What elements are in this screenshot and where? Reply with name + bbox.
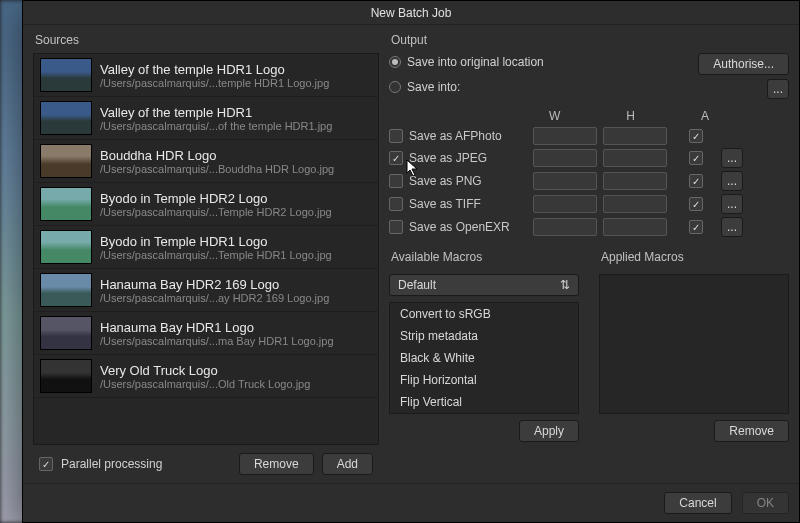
format-tiff-options-button[interactable]: ... xyxy=(721,194,743,214)
col-h-label: H xyxy=(626,109,635,123)
source-title: Valley of the temple HDR1 xyxy=(100,105,372,120)
macro-item[interactable]: Flip Vertical xyxy=(390,391,578,413)
format-tiff-height-input[interactable] xyxy=(603,195,667,213)
format-tiff-label: Save as TIFF xyxy=(409,197,527,211)
col-a-label: A xyxy=(701,109,709,123)
format-openexr-options-button[interactable]: ... xyxy=(721,217,743,237)
source-item[interactable]: Valley of the temple HDR1 Logo/Users/pas… xyxy=(34,54,378,97)
source-path: /Users/pascalmarquis/...Old Truck Logo.j… xyxy=(100,378,372,390)
format-afphoto-width-input[interactable] xyxy=(533,127,597,145)
source-path: /Users/pascalmarquis/...Temple HDR2 Logo… xyxy=(100,206,372,218)
macro-item[interactable]: Convert to sRGB xyxy=(390,303,578,325)
available-macros-label: Available Macros xyxy=(389,250,579,264)
browse-folder-button[interactable]: ... xyxy=(767,79,789,99)
format-openexr-checkbox[interactable] xyxy=(389,220,403,234)
source-path: /Users/pascalmarquis/...Bouddha HDR Logo… xyxy=(100,163,372,175)
format-png-width-input[interactable] xyxy=(533,172,597,190)
format-png-checkbox[interactable] xyxy=(389,174,403,188)
parallel-processing-label: Parallel processing xyxy=(61,457,162,471)
source-path: /Users/pascalmarquis/...Temple HDR1 Logo… xyxy=(100,249,372,261)
col-w-label: W xyxy=(549,109,560,123)
sources-add-button[interactable]: Add xyxy=(322,453,373,475)
apply-macro-button[interactable]: Apply xyxy=(519,420,579,442)
source-thumbnail xyxy=(40,101,92,135)
ok-button[interactable]: OK xyxy=(742,492,789,514)
batch-job-dialog: New Batch Job Sources Valley of the temp… xyxy=(22,0,800,523)
format-png-options-button[interactable]: ... xyxy=(721,171,743,191)
source-path: /Users/pascalmarquis/...of the temple HD… xyxy=(100,120,372,132)
source-thumbnail xyxy=(40,187,92,221)
source-thumbnail xyxy=(40,58,92,92)
format-row-jpeg: Save as JPEG... xyxy=(389,148,789,168)
source-title: Hanauma Bay HDR2 169 Logo xyxy=(100,277,372,292)
source-path: /Users/pascalmarquis/...ay HDR2 169 Logo… xyxy=(100,292,372,304)
source-thumbnail xyxy=(40,230,92,264)
save-original-label: Save into original location xyxy=(407,55,544,69)
format-openexr-height-input[interactable] xyxy=(603,218,667,236)
save-into-radio[interactable] xyxy=(389,81,401,93)
source-item[interactable]: Hanauma Bay HDR1 Logo/Users/pascalmarqui… xyxy=(34,312,378,355)
save-original-radio[interactable] xyxy=(389,56,401,68)
format-jpeg-width-input[interactable] xyxy=(533,149,597,167)
source-item[interactable]: Byodo in Temple HDR1 Logo/Users/pascalma… xyxy=(34,226,378,269)
format-png-height-input[interactable] xyxy=(603,172,667,190)
source-title: Byodo in Temple HDR1 Logo xyxy=(100,234,372,249)
format-row-afphoto: Save as AFPhoto xyxy=(389,127,789,145)
source-item[interactable]: Valley of the temple HDR1/Users/pascalma… xyxy=(34,97,378,140)
format-openexr-width-input[interactable] xyxy=(533,218,597,236)
format-tiff-aspect-checkbox[interactable] xyxy=(689,197,703,211)
format-jpeg-height-input[interactable] xyxy=(603,149,667,167)
remove-macro-button[interactable]: Remove xyxy=(714,420,789,442)
output-label: Output xyxy=(389,33,789,47)
format-row-png: Save as PNG... xyxy=(389,171,789,191)
format-jpeg-aspect-checkbox[interactable] xyxy=(689,151,703,165)
source-item[interactable]: Bouddha HDR Logo/Users/pascalmarquis/...… xyxy=(34,140,378,183)
macro-item[interactable]: Flip Horizontal xyxy=(390,369,578,391)
sources-label: Sources xyxy=(33,33,379,47)
macro-item[interactable]: Strip metadata xyxy=(390,325,578,347)
macros-category-value: Default xyxy=(398,278,436,292)
chevron-updown-icon: ⇅ xyxy=(560,278,570,292)
source-thumbnail xyxy=(40,359,92,393)
dialog-title: New Batch Job xyxy=(23,1,799,25)
authorise-button[interactable]: Authorise... xyxy=(698,53,789,75)
source-thumbnail xyxy=(40,316,92,350)
source-path: /Users/pascalmarquis/...ma Bay HDR1 Logo… xyxy=(100,335,372,347)
source-thumbnail xyxy=(40,273,92,307)
source-path: /Users/pascalmarquis/...temple HDR1 Logo… xyxy=(100,77,372,89)
format-row-tiff: Save as TIFF... xyxy=(389,194,789,214)
available-macros-list[interactable]: Convert to sRGBStrip metadataBlack & Whi… xyxy=(389,302,579,414)
source-title: Valley of the temple HDR1 Logo xyxy=(100,62,372,77)
applied-macros-label: Applied Macros xyxy=(599,250,789,264)
sources-list[interactable]: Valley of the temple HDR1 Logo/Users/pas… xyxy=(33,53,379,445)
macros-category-select[interactable]: Default ⇅ xyxy=(389,274,579,296)
source-thumbnail xyxy=(40,144,92,178)
source-title: Very Old Truck Logo xyxy=(100,363,372,378)
format-jpeg-options-button[interactable]: ... xyxy=(721,148,743,168)
source-item[interactable]: Byodo in Temple HDR2 Logo/Users/pascalma… xyxy=(34,183,378,226)
cancel-button[interactable]: Cancel xyxy=(664,492,731,514)
source-title: Hanauma Bay HDR1 Logo xyxy=(100,320,372,335)
format-tiff-checkbox[interactable] xyxy=(389,197,403,211)
source-title: Bouddha HDR Logo xyxy=(100,148,372,163)
format-afphoto-checkbox[interactable] xyxy=(389,129,403,143)
format-png-aspect-checkbox[interactable] xyxy=(689,174,703,188)
applied-macros-list[interactable] xyxy=(599,274,789,414)
parallel-processing-checkbox[interactable] xyxy=(39,457,53,471)
macro-item[interactable]: Black & White xyxy=(390,347,578,369)
format-jpeg-checkbox[interactable] xyxy=(389,151,403,165)
source-title: Byodo in Temple HDR2 Logo xyxy=(100,191,372,206)
format-jpeg-label: Save as JPEG xyxy=(409,151,527,165)
format-row-openexr: Save as OpenEXR... xyxy=(389,217,789,237)
format-afphoto-aspect-checkbox[interactable] xyxy=(689,129,703,143)
save-into-label: Save into: xyxy=(407,80,460,94)
sources-remove-button[interactable]: Remove xyxy=(239,453,314,475)
format-afphoto-height-input[interactable] xyxy=(603,127,667,145)
format-tiff-width-input[interactable] xyxy=(533,195,597,213)
format-openexr-label: Save as OpenEXR xyxy=(409,220,527,234)
source-item[interactable]: Very Old Truck Logo/Users/pascalmarquis/… xyxy=(34,355,378,398)
format-afphoto-label: Save as AFPhoto xyxy=(409,129,527,143)
format-png-label: Save as PNG xyxy=(409,174,527,188)
source-item[interactable]: Hanauma Bay HDR2 169 Logo/Users/pascalma… xyxy=(34,269,378,312)
format-openexr-aspect-checkbox[interactable] xyxy=(689,220,703,234)
